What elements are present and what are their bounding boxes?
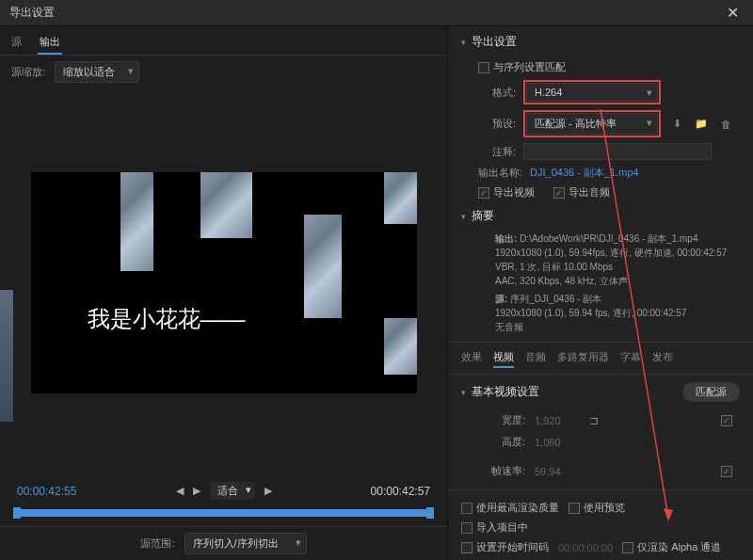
basic-video-header: 基本视频设置 — [472, 384, 539, 400]
fit-dropdown[interactable]: 适合 — [210, 482, 255, 500]
preview-overlay-text: 我是小花花—— — [88, 304, 246, 334]
caret-icon[interactable]: ▾ — [461, 38, 466, 47]
source-range-label: 源范围: — [140, 536, 174, 551]
play-icon[interactable]: ▶ — [193, 485, 200, 497]
fps-match-checkbox[interactable] — [721, 466, 732, 477]
timecode-in[interactable]: 00:00:42:55 — [17, 485, 76, 498]
import-preset-icon[interactable]: 📁 — [693, 116, 710, 133]
preset-dropdown[interactable]: 匹配源 - 高比特率 — [526, 113, 658, 135]
thumbnail-strip — [0, 290, 13, 422]
tab-output[interactable]: 输出 — [38, 31, 62, 55]
export-audio-checkbox[interactable]: 导出音频 — [553, 185, 610, 200]
comments-input[interactable] — [523, 143, 712, 160]
width-value[interactable]: 1,920 — [535, 415, 561, 426]
format-dropdown[interactable]: H.264 — [526, 83, 658, 102]
tab-audio[interactable]: 音频 — [525, 348, 546, 368]
output-name-link[interactable]: DJI_0436 - 副本_1.mp4 — [530, 166, 639, 180]
fps-label: 帧速率: — [488, 464, 525, 478]
tab-effects[interactable]: 效果 — [461, 348, 482, 368]
width-match-checkbox[interactable] — [721, 415, 732, 426]
timeline-bar[interactable] — [17, 509, 430, 517]
match-source-button[interactable]: 匹配源 — [682, 382, 740, 402]
height-value[interactable]: 1,080 — [535, 437, 561, 448]
preview-canvas: 我是小花花—— — [31, 172, 417, 393]
close-icon[interactable]: ✕ — [722, 4, 744, 22]
summary-header: 摘要 — [472, 208, 494, 224]
source-range-dropdown[interactable]: 序列切入/序列切出 — [184, 533, 307, 554]
next-frame-icon[interactable]: ▶ — [264, 485, 272, 497]
scaling-label: 源缩放: — [11, 65, 45, 79]
out-handle[interactable] — [426, 507, 434, 519]
start-tc-checkbox[interactable]: 设置开始时间码 — [461, 540, 549, 554]
comments-label: 注释: — [478, 145, 516, 159]
use-preview-checkbox[interactable]: 使用预览 — [569, 501, 625, 515]
tab-publish[interactable]: 发布 — [652, 348, 673, 368]
import-project-checkbox[interactable]: 导入项目中 — [461, 520, 528, 535]
timecode-out[interactable]: 00:00:42:57 — [371, 485, 430, 498]
match-sequence-checkbox[interactable]: 与序列设置匹配 — [478, 60, 566, 74]
tab-multiplexer[interactable]: 多路复用器 — [557, 348, 609, 368]
delete-preset-icon[interactable]: 🗑 — [717, 116, 734, 133]
fps-value[interactable]: 59.94 — [535, 466, 561, 477]
format-label: 格式: — [478, 86, 516, 100]
dialog-title: 导出设置 — [9, 5, 55, 21]
tab-source[interactable]: 源 — [9, 31, 24, 55]
height-label: 高度: — [488, 435, 525, 449]
caret-icon[interactable]: ▾ — [461, 212, 466, 221]
export-video-checkbox[interactable]: 导出视频 — [478, 185, 535, 200]
tab-video[interactable]: 视频 — [493, 348, 514, 368]
output-name-label: 输出名称: — [478, 166, 522, 180]
link-icon[interactable]: ⊐ — [589, 414, 599, 427]
prev-frame-icon[interactable]: ◀ — [176, 485, 184, 497]
max-quality-checkbox[interactable]: 使用最高渲染质量 — [461, 501, 559, 515]
save-preset-icon[interactable]: ⬇ — [668, 116, 685, 133]
tab-captions[interactable]: 字幕 — [620, 348, 641, 368]
width-label: 宽度: — [488, 413, 525, 427]
preset-label: 预设: — [478, 117, 516, 131]
scaling-dropdown[interactable]: 缩放以适合 — [55, 61, 139, 83]
alpha-only-checkbox[interactable]: 仅渲染 Alpha 通道 — [622, 540, 721, 554]
export-settings-header: 导出设置 — [472, 34, 517, 50]
in-handle[interactable] — [13, 507, 21, 519]
caret-icon[interactable]: ▾ — [461, 388, 466, 397]
